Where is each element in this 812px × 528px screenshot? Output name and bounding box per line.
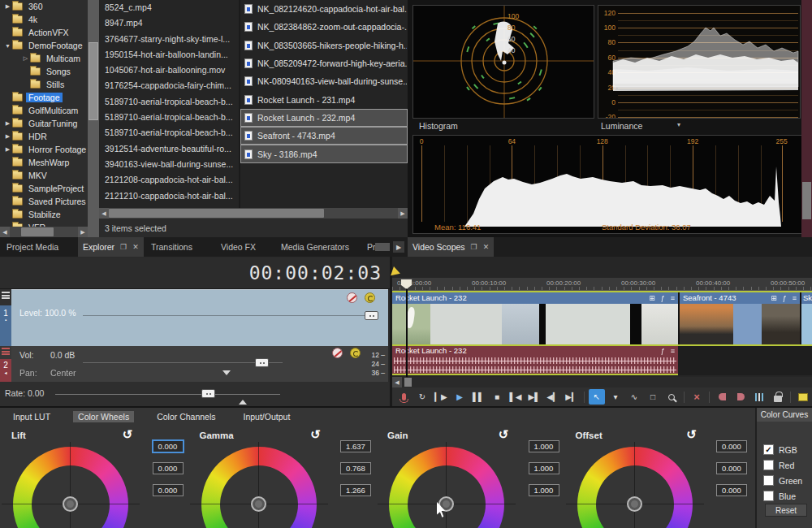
close-icon[interactable]: ✕ xyxy=(132,243,139,251)
tree-item[interactable]: Saved Pictures xyxy=(0,195,88,208)
track1-number[interactable]: 1▪ xyxy=(0,305,11,346)
track-solo-icon[interactable] xyxy=(350,348,361,358)
scroll-left-icon[interactable]: ◀ xyxy=(392,377,402,387)
tree-item[interactable]: Songs xyxy=(0,65,88,78)
marker-flag-icon[interactable] xyxy=(389,266,400,275)
pause-button[interactable]: ▌▌ xyxy=(470,389,486,405)
file-list-item[interactable]: 3940163-view-ball-during-sunse... xyxy=(99,157,239,172)
media-clip-item[interactable]: NK_085209472-forward-high-key-aeria... xyxy=(240,54,408,72)
tree-item[interactable]: ActionVFX xyxy=(0,26,88,39)
volume-value[interactable]: 0.0 dB xyxy=(50,350,75,360)
event-menu-icon[interactable]: ≡ xyxy=(671,346,675,356)
event-fx-icon[interactable]: ƒ xyxy=(661,292,665,304)
file-list-item[interactable]: 5189710-aerial-tropical-beach-b... xyxy=(99,94,239,110)
envelope-edit-tool-button[interactable]: ∿ xyxy=(626,389,642,405)
histogram-type-dropdown[interactable]: Histogram xyxy=(419,121,458,131)
media-clip-item[interactable]: Sky - 3186.mp4 xyxy=(240,145,408,162)
tab-media-generators[interactable]: Media Generators xyxy=(276,237,354,257)
track-mute-icon[interactable] xyxy=(347,292,357,303)
file-list-item[interactable]: 2121208-cappadocia-hot-air-bal... xyxy=(99,172,239,188)
track-solo-icon[interactable] xyxy=(365,292,375,303)
color-wheel-puck[interactable] xyxy=(627,496,642,512)
go-to-start-button[interactable]: ▌◀ xyxy=(508,389,524,405)
timeline-horizontal-scrollbar[interactable]: ◀ xyxy=(392,377,812,387)
color-wheel[interactable] xyxy=(201,447,317,528)
red-value-field[interactable]: 0.000 xyxy=(153,440,184,452)
video-clip-sky[interactable]: Sky - xyxy=(801,292,812,344)
scroll-right-icon[interactable]: ▶ xyxy=(78,227,88,237)
pan-value[interactable]: Center xyxy=(50,368,76,378)
wheel-reset-button[interactable]: ↺ xyxy=(309,427,323,442)
color-wheel[interactable] xyxy=(13,447,128,528)
track-mute-icon[interactable] xyxy=(332,348,343,358)
playhead-line[interactable] xyxy=(406,289,408,377)
track2-number[interactable]: 2◂ xyxy=(0,359,11,382)
color-wheel-puck[interactable] xyxy=(63,496,78,512)
blue-value-field[interactable]: 0.000 xyxy=(153,484,184,496)
expand-arrow-icon[interactable]: ▶ xyxy=(3,146,12,153)
play-button[interactable]: ▶ xyxy=(451,389,468,405)
normal-edit-tool-button[interactable]: ↖ xyxy=(589,389,605,405)
tab-project-media[interactable]: Project Media xyxy=(2,237,63,257)
video-clip-rocket-launch[interactable]: Rocket Launch - 232 ⊞ ƒ ≡ xyxy=(392,292,678,344)
file-list-item[interactable]: 1950154-hot-air-balloon-landin... xyxy=(99,47,239,63)
files-horizontal-scrollbar[interactable]: ◀ ▶ xyxy=(99,208,408,219)
wheel-reset-button[interactable]: ↺ xyxy=(496,427,511,442)
float-window-icon[interactable]: ❐ xyxy=(471,243,477,251)
curves-channel-blue[interactable]: Blue xyxy=(763,490,796,502)
pan-crop-icon[interactable]: ⊞ xyxy=(649,292,655,304)
time-ruler[interactable]: 00:00:00:0000:00:10:0000:00:20:0000:00:3… xyxy=(392,278,812,291)
green-value-field[interactable]: 0.768 xyxy=(340,462,371,474)
volume-slider-handle[interactable] xyxy=(255,358,269,367)
tree-item[interactable]: MKV xyxy=(0,169,88,182)
event-fx-icon[interactable]: ƒ xyxy=(783,292,787,304)
volume-slider-track[interactable] xyxy=(83,362,283,363)
media-clip-item[interactable]: NK_082124620-cappadocia-hot-air-bal... xyxy=(240,0,408,18)
loop-playback-button[interactable]: ↻ xyxy=(414,389,430,405)
expand-arrow-icon[interactable]: ▼ xyxy=(3,43,12,49)
edit-tool-dropdown-button[interactable]: ▾ xyxy=(607,389,624,405)
wheel-reset-button[interactable]: ↺ xyxy=(685,427,699,442)
color-wheel[interactable] xyxy=(577,447,693,528)
checkbox[interactable] xyxy=(763,460,774,470)
curves-channel-red[interactable]: Red xyxy=(763,459,794,471)
scroll-right-icon[interactable]: ▶ xyxy=(398,208,408,219)
video-clip-seafront[interactable]: Seafront - 4743 ⊞ ƒ ≡ xyxy=(680,292,800,344)
grading-tab[interactable]: Color Channels xyxy=(152,411,220,422)
red-value-field[interactable]: 0.000 xyxy=(716,440,747,452)
checkbox[interactable] xyxy=(763,475,774,486)
level-slider-track[interactable] xyxy=(83,315,374,316)
checkbox[interactable] xyxy=(763,491,774,501)
file-list-item[interactable]: 9176254-cappadocia-fairy-chim... xyxy=(99,78,239,93)
tree-horizontal-scrollbar[interactable]: ◀ ▶ xyxy=(0,227,88,237)
event-fx-icon[interactable]: ƒ xyxy=(661,346,665,356)
previous-frame-button[interactable]: ◀▎ xyxy=(545,389,561,405)
tree-item[interactable]: ▶ HDR xyxy=(0,130,88,143)
track-menu-icon[interactable] xyxy=(2,348,10,355)
file-list-item[interactable]: 3912514-adventure-beautiful-ro... xyxy=(99,141,239,157)
red-value-field[interactable]: 1.000 xyxy=(529,440,559,452)
event-menu-icon[interactable]: ≡ xyxy=(793,292,797,304)
stop-button[interactable]: ■ xyxy=(489,389,505,405)
tree-item[interactable]: ▶ GuitarTuning xyxy=(0,117,88,130)
scroll-thumb[interactable] xyxy=(89,42,98,120)
media-clip-item[interactable]: Seafront - 4743.mp4 xyxy=(240,127,408,145)
selection-edit-tool-button[interactable]: □ xyxy=(645,389,661,405)
tab-scroll-thumb[interactable] xyxy=(375,243,390,251)
file-list-item[interactable]: 8524_c.mp4 xyxy=(99,0,239,15)
file-list-item[interactable]: 5189710-aerial-tropical-beach-b... xyxy=(99,110,239,125)
tree-item[interactable]: Stabilize xyxy=(0,208,88,221)
curves-channel-rgb[interactable]: ✓RGB xyxy=(763,444,797,456)
expand-arrow-icon[interactable]: ▶ xyxy=(3,3,12,10)
audio-clip-rocket-launch[interactable]: Rocket Launch - 232 ƒ ≡ xyxy=(392,346,678,375)
expand-arrow-icon[interactable]: ▶ xyxy=(3,120,12,127)
tab-scroll-right-icon[interactable]: ▶ xyxy=(393,241,404,253)
scroll-left-icon[interactable]: ◀ xyxy=(0,227,10,237)
grading-tab[interactable]: Color Wheels xyxy=(73,411,134,422)
color-wheel[interactable] xyxy=(389,447,504,528)
marker-note-button[interactable] xyxy=(795,389,811,405)
fade-out-button[interactable] xyxy=(732,389,749,405)
scroll-thumb[interactable] xyxy=(21,227,54,236)
media-clip-item[interactable]: NK_082384862-zoom-out-cappadocia-... xyxy=(240,18,408,36)
media-clip-item[interactable]: NK_083503665-hikers-people-hiking-h... xyxy=(240,37,408,54)
